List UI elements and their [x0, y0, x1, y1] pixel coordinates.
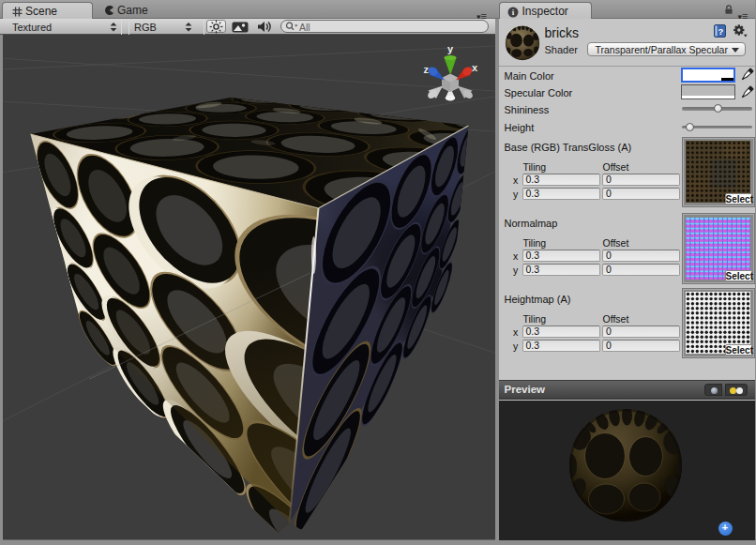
- svg-text:?: ?: [718, 25, 723, 36]
- svg-text:x: x: [472, 62, 478, 73]
- svg-text:y: y: [447, 43, 454, 54]
- svg-text:z: z: [423, 64, 429, 75]
